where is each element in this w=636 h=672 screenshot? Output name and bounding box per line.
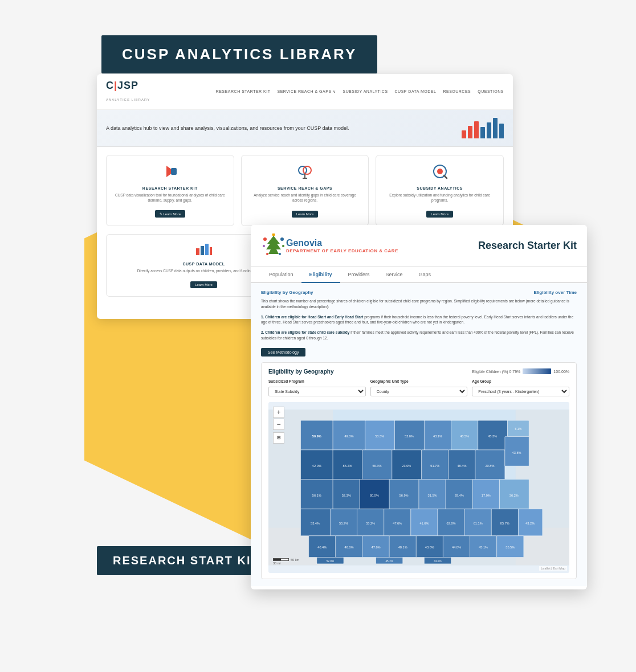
svg-line-8 [444, 175, 447, 178]
card-rsk-title: RESEARCH STARTER KIT [113, 186, 227, 190]
svg-point-18 [263, 245, 265, 247]
svg-text:35.5%: 35.5% [505, 546, 515, 549]
card-rsk: RESEARCH STARTER KIT CUSP data visualiza… [106, 155, 234, 226]
nav-item-sub[interactable]: SUBSIDY ANALYTICS [343, 89, 388, 94]
svg-marker-13 [266, 236, 281, 254]
svg-text:80.0%: 80.0% [370, 494, 379, 497]
svg-text:45.3%: 45.3% [488, 435, 497, 438]
svg-text:31.5%: 31.5% [428, 494, 437, 497]
chart-legend: Eligible Children (%) 0.79% 100.00% [472, 368, 569, 374]
svg-point-16 [272, 233, 275, 236]
section-title-geography: Eligibility by Geography [261, 290, 313, 295]
nav-item-cdm[interactable]: CUSP DATA MODEL [395, 89, 437, 94]
filter-age-group: Age Group Preschool (3 years - Kindergar… [472, 379, 569, 396]
svg-text:48.4%: 48.4% [457, 464, 466, 468]
srv-icon [248, 163, 362, 183]
svg-text:17.9%: 17.9% [482, 494, 491, 497]
svg-text:52.3%: 52.3% [342, 494, 351, 497]
rsk-title: Research Starter Kit [478, 240, 577, 252]
rsk-content: Eligibility by Geography Eligibility ove… [251, 283, 587, 586]
rsk-label-banner: RESEARCH START KIT [97, 546, 275, 575]
card-srv-btn[interactable]: Learn More [292, 211, 319, 218]
svg-point-7 [437, 169, 443, 174]
tab-eligibility[interactable]: Eligibility [301, 267, 340, 283]
hero-text: A data analytics hub to view and share a… [106, 125, 349, 132]
svg-text:53.3%: 53.3% [375, 435, 384, 438]
svg-text:43.2%: 43.2% [525, 522, 535, 525]
svg-text:6.1%: 6.1% [515, 427, 522, 431]
svg-rect-9 [196, 248, 199, 255]
rsk-description-1: This chart shows the number and percenta… [261, 298, 577, 310]
map-zoom-in-button[interactable]: + [273, 407, 284, 418]
rsk-tabs: Population Eligibility Providers Service… [251, 267, 587, 283]
svg-text:61.1%: 61.1% [474, 522, 483, 525]
nav-links: RESEARCH STARTER KIT SERVICE REACH & GAP… [216, 89, 504, 94]
card-rsk-btn[interactable]: ✎ Learn More [155, 210, 185, 218]
nav-item-q[interactable]: QUESTIONS [478, 89, 504, 94]
svg-text:53.4%: 53.4% [311, 522, 320, 525]
card-sub-btn[interactable]: Learn More [426, 211, 453, 218]
filter-select-program[interactable]: State Subsidy Head Start Early Head Star… [268, 387, 366, 396]
nav-item-rsk[interactable]: RESEARCH STARTER KIT [216, 89, 271, 94]
methodology-button[interactable]: See Methodology [261, 348, 305, 357]
svg-text:52.0%: 52.0% [405, 435, 414, 438]
nav-item-res[interactable]: RESOURCES [443, 89, 471, 94]
filter-select-geo[interactable]: County State Region [370, 387, 468, 396]
filter-select-age[interactable]: Preschool (3 years - Kindergarten) Infan… [472, 387, 569, 396]
section-title-time: Eligibility over Time [534, 290, 577, 295]
tab-gaps[interactable]: Gaps [411, 267, 439, 283]
svg-text:43.6%: 43.6% [425, 546, 434, 549]
rsk-label-text: RESEARCH START KIT [113, 554, 259, 567]
svg-text:43.1%: 43.1% [433, 435, 442, 438]
svg-text:48.5%: 48.5% [460, 435, 469, 438]
legend-text-right: 100.00% [553, 370, 569, 374]
svg-point-15 [280, 237, 284, 241]
svg-text:42.0%: 42.0% [312, 464, 321, 468]
svg-point-17 [282, 245, 284, 247]
card-cdm-btn[interactable]: Learn More [190, 281, 217, 288]
rsk-icon [113, 163, 227, 183]
rsk-description-3: 2. Children are eligible for state child… [261, 330, 577, 341]
svg-text:52.0%: 52.0% [327, 560, 335, 563]
card-srv-desc: Analyze service reach and identify gaps … [248, 192, 362, 203]
svg-text:47.6%: 47.6% [393, 522, 402, 525]
svg-text:56.9%: 56.9% [399, 494, 409, 497]
svg-text:50.9%: 50.9% [312, 435, 321, 438]
svg-text:20.8%: 20.8% [485, 464, 494, 468]
chart-main-title: Eligibility by Geography [268, 368, 333, 375]
main-title: CUSP ANALYTICS LIBRARY [122, 46, 357, 63]
map-container: + − ⊞ 50.9% 49.0% [268, 402, 569, 573]
filter-label-program: Subsidized Program [268, 379, 366, 383]
title-banner: CUSP ANALYTICS LIBRARY [101, 35, 377, 73]
nav-item-srv[interactable]: SERVICE REACH & GAPS ∨ [278, 89, 336, 94]
card-rsk-desc: CUSP data visualization tool for foundat… [113, 192, 227, 203]
svg-text:44.0%: 44.0% [434, 560, 442, 563]
svg-rect-1 [171, 168, 177, 175]
svg-text:55.2%: 55.2% [366, 522, 375, 525]
filter-geo-unit: Geographic Unit Type County State Region [370, 379, 468, 396]
map-layers-button[interactable]: ⊞ [273, 432, 284, 444]
tab-population[interactable]: Population [261, 267, 301, 283]
tab-service[interactable]: Service [378, 267, 411, 283]
svg-text:85.7%: 85.7% [500, 522, 509, 525]
filter-subsidized-program: Subsidized Program State Subsidy Head St… [268, 379, 366, 396]
map-zoom-out-button[interactable]: − [273, 419, 284, 430]
svg-text:51.7%: 51.7% [430, 464, 439, 468]
rsk-org-name: Genovia [286, 238, 478, 248]
rsk-detailed-card: Genovia DEPARTMENT OF EARLY EDUCATION & … [251, 225, 587, 589]
card-srv-title: SERVICE REACH & GAPS [248, 186, 362, 190]
rsk-description-2: 1. Children are eligible for Head Start … [261, 314, 577, 326]
svg-text:45.1%: 45.1% [385, 560, 393, 563]
svg-point-19 [266, 253, 268, 255]
svg-text:44.0%: 44.0% [452, 546, 461, 549]
svg-rect-10 [201, 246, 204, 255]
legend-bar [523, 368, 551, 374]
svg-rect-12 [210, 247, 212, 255]
map-attribution: Leaflet | Esri Map [539, 566, 567, 571]
svg-text:56.3%: 56.3% [372, 464, 381, 468]
svg-text:36.2%: 36.2% [509, 494, 519, 497]
tab-providers[interactable]: Providers [340, 267, 378, 283]
svg-text:29.4%: 29.4% [455, 494, 464, 497]
filter-row: Subsidized Program State Subsidy Head St… [268, 379, 569, 396]
map-controls: + − ⊞ [273, 407, 284, 444]
